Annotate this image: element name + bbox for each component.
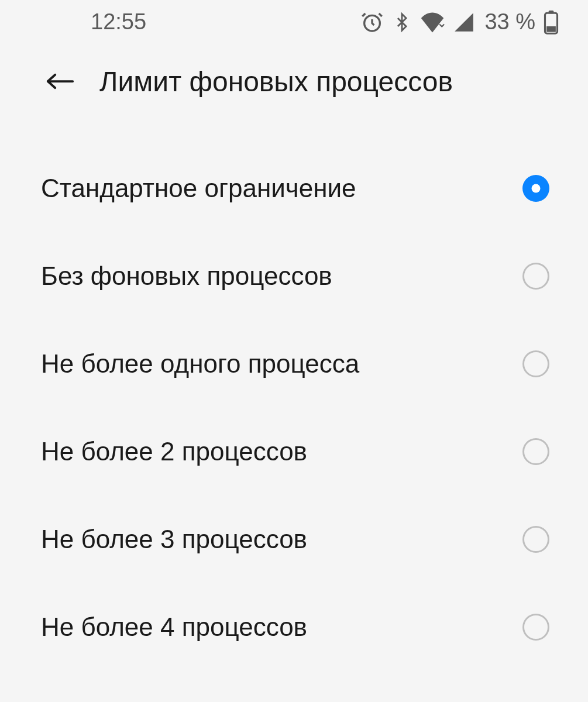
option-label: Не более 3 процессов bbox=[41, 525, 307, 554]
radio-selected-icon bbox=[522, 175, 549, 202]
radio-unselected-icon bbox=[522, 438, 549, 465]
battery-icon bbox=[544, 10, 559, 35]
arrow-left-icon bbox=[46, 70, 75, 93]
signal-icon bbox=[453, 11, 475, 33]
option-max-one[interactable]: Не более одного процесса bbox=[0, 320, 588, 408]
back-button[interactable] bbox=[41, 65, 80, 98]
status-right: 33 % bbox=[360, 9, 559, 35]
wifi-icon bbox=[420, 11, 445, 33]
option-no-background[interactable]: Без фоновых процессов bbox=[0, 232, 588, 320]
option-max-three[interactable]: Не более 3 процессов bbox=[0, 495, 588, 583]
battery-percent: 33 % bbox=[484, 9, 535, 35]
alarm-icon bbox=[360, 11, 384, 34]
option-label: Не более 2 процессов bbox=[41, 437, 307, 466]
radio-unselected-icon bbox=[522, 350, 549, 377]
status-bar: 12:55 33 % bbox=[0, 0, 588, 44]
svg-rect-3 bbox=[546, 26, 556, 32]
radio-unselected-icon bbox=[522, 526, 549, 553]
option-max-two[interactable]: Не более 2 процессов bbox=[0, 408, 588, 495]
option-max-four[interactable]: Не более 4 процессов bbox=[0, 583, 588, 671]
header: Лимит фоновых процессов bbox=[0, 44, 588, 121]
option-label: Не более одного процесса bbox=[41, 349, 359, 378]
option-label: Стандартное ограничение bbox=[41, 174, 356, 203]
svg-rect-2 bbox=[549, 10, 554, 13]
options-list: Стандартное ограничение Без фоновых проц… bbox=[0, 121, 588, 671]
status-time: 12:55 bbox=[91, 9, 146, 35]
radio-unselected-icon bbox=[522, 614, 549, 641]
bluetooth-icon bbox=[392, 11, 412, 34]
radio-unselected-icon bbox=[522, 263, 549, 290]
page-title: Лимит фоновых процессов bbox=[99, 66, 453, 98]
option-standard-limit[interactable]: Стандартное ограничение bbox=[0, 144, 588, 232]
option-label: Не более 4 процессов bbox=[41, 612, 307, 642]
option-label: Без фоновых процессов bbox=[41, 261, 332, 291]
